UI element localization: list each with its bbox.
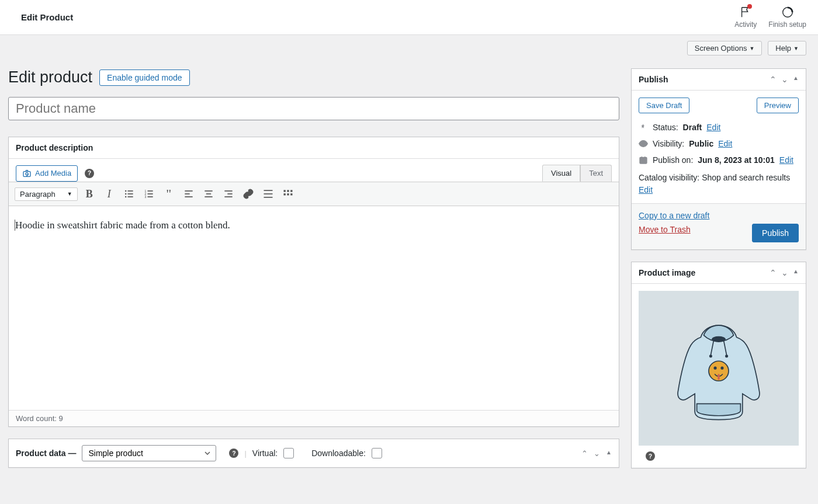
editor-toolbar: Paragraph▼ B I 123 ": [9, 182, 619, 206]
svg-point-40: [720, 366, 723, 369]
svg-point-37: [725, 354, 728, 357]
status-label: Status:: [653, 123, 678, 132]
editor-content[interactable]: Hoodie in sweatshirt fabric made from a …: [9, 206, 619, 411]
svg-point-33: [642, 142, 644, 145]
publish-on-label: Publish on:: [653, 155, 693, 165]
preview-button[interactable]: Preview: [757, 98, 799, 113]
svg-rect-18: [204, 190, 212, 192]
format-select[interactable]: Paragraph▼: [15, 187, 78, 201]
editor-status-bar: Word count: 9: [9, 411, 619, 426]
publish-on-value: Jun 8, 2023 at 10:01: [698, 155, 775, 165]
tab-text[interactable]: Text: [580, 165, 612, 182]
virtual-label: Virtual:: [252, 449, 278, 458]
svg-rect-14: [147, 196, 152, 197]
svg-point-39: [714, 366, 717, 369]
chevron-down-icon[interactable]: ⌄: [781, 268, 788, 277]
svg-rect-29: [290, 190, 292, 192]
bullet-list-button[interactable]: [121, 186, 137, 202]
svg-rect-8: [127, 196, 133, 197]
camera-icon: [22, 169, 32, 178]
eye-icon: [639, 139, 648, 148]
svg-rect-26: [264, 197, 272, 198]
product-data-heading: Product data —: [16, 449, 76, 458]
enable-guided-mode-button[interactable]: Enable guided mode: [99, 69, 189, 86]
align-center-button[interactable]: [200, 186, 217, 202]
chevron-up-icon[interactable]: ⌃: [770, 268, 777, 277]
edit-visibility-link[interactable]: Edit: [718, 139, 732, 148]
align-left-button[interactable]: [181, 186, 197, 202]
blockquote-button[interactable]: ": [161, 186, 177, 202]
help-button[interactable]: Help▼: [768, 41, 806, 55]
svg-rect-15: [185, 190, 192, 192]
svg-point-5: [125, 193, 127, 195]
italic-button[interactable]: I: [101, 186, 117, 202]
product-type-select[interactable]: Simple product: [82, 445, 216, 461]
description-heading: Product description: [16, 143, 93, 152]
chevron-down-icon[interactable]: ⌄: [781, 75, 788, 84]
toolbar-toggle-button[interactable]: [280, 186, 296, 202]
separator: |: [244, 449, 246, 458]
copy-to-draft-link[interactable]: Copy to a new draft: [639, 211, 799, 220]
caret-down-icon: ▼: [67, 191, 72, 197]
svg-rect-20: [204, 196, 212, 197]
chevron-up-icon[interactable]: ⌃: [581, 449, 588, 458]
admin-bar: Edit Product Activity Finish setup: [0, 0, 818, 35]
svg-rect-17: [185, 196, 192, 197]
svg-rect-28: [287, 190, 289, 192]
help-icon[interactable]: ?: [229, 449, 238, 458]
svg-rect-27: [283, 190, 285, 192]
help-icon[interactable]: ?: [646, 451, 655, 461]
finish-setup-label: Finish setup: [768, 20, 806, 29]
admin-bar-title: Edit Product: [21, 12, 73, 22]
save-draft-button[interactable]: Save Draft: [639, 98, 689, 113]
caret-up-icon[interactable]: ▲: [793, 268, 799, 277]
svg-rect-32: [290, 193, 292, 195]
product-image-thumbnail[interactable]: [639, 291, 799, 446]
add-media-button[interactable]: Add Media: [16, 165, 78, 182]
numbered-list-button[interactable]: 123: [141, 186, 157, 202]
bold-button[interactable]: B: [81, 186, 98, 202]
finish-setup-button[interactable]: Finish setup: [768, 6, 806, 29]
product-name-input[interactable]: [8, 97, 619, 120]
screen-options-button[interactable]: Screen Options▼: [687, 41, 762, 55]
edit-catalog-link[interactable]: Edit: [639, 185, 653, 194]
edit-status-link[interactable]: Edit: [706, 123, 720, 132]
hoodie-illustration-icon: [669, 316, 768, 421]
catalog-label: Catalog visibility:: [639, 173, 699, 182]
svg-point-2: [26, 172, 28, 175]
tab-visual[interactable]: Visual: [542, 165, 580, 182]
page-title: Edit product: [8, 68, 92, 86]
svg-rect-12: [147, 193, 152, 194]
catalog-value: Shop and search results: [702, 173, 790, 182]
read-more-button[interactable]: [260, 186, 276, 202]
downloadable-label: Downloadable:: [311, 449, 366, 458]
status-value: Draft: [683, 123, 702, 132]
visibility-value: Public: [689, 139, 713, 148]
pin-icon: [639, 123, 648, 132]
svg-text:3: 3: [144, 195, 146, 199]
activity-label: Activity: [734, 20, 757, 29]
chevron-down-icon[interactable]: ⌄: [594, 449, 600, 458]
svg-point-36: [709, 354, 712, 357]
caret-down-icon: ▼: [749, 46, 754, 51]
publish-button[interactable]: Publish: [752, 224, 799, 242]
product-data-box: Product data — Simple product ? | Virtua…: [8, 439, 619, 468]
svg-point-7: [125, 196, 127, 198]
downloadable-checkbox[interactable]: [372, 448, 382, 458]
edit-date-link[interactable]: Edit: [779, 155, 793, 165]
svg-rect-6: [127, 193, 133, 194]
caret-up-icon[interactable]: ▲: [793, 75, 799, 84]
chevron-up-icon[interactable]: ⌃: [770, 75, 777, 84]
align-right-button[interactable]: [220, 186, 237, 202]
svg-rect-19: [206, 193, 210, 194]
svg-rect-4: [127, 190, 133, 192]
link-button[interactable]: [240, 186, 257, 202]
svg-rect-34: [640, 157, 647, 164]
activity-button[interactable]: Activity: [734, 6, 757, 29]
help-icon[interactable]: ?: [85, 169, 94, 178]
product-image-heading: Product image: [639, 268, 695, 277]
caret-up-icon[interactable]: ▲: [606, 449, 612, 458]
progress-circle-icon: [781, 6, 794, 19]
virtual-checkbox[interactable]: [283, 448, 294, 458]
svg-rect-31: [287, 193, 289, 195]
